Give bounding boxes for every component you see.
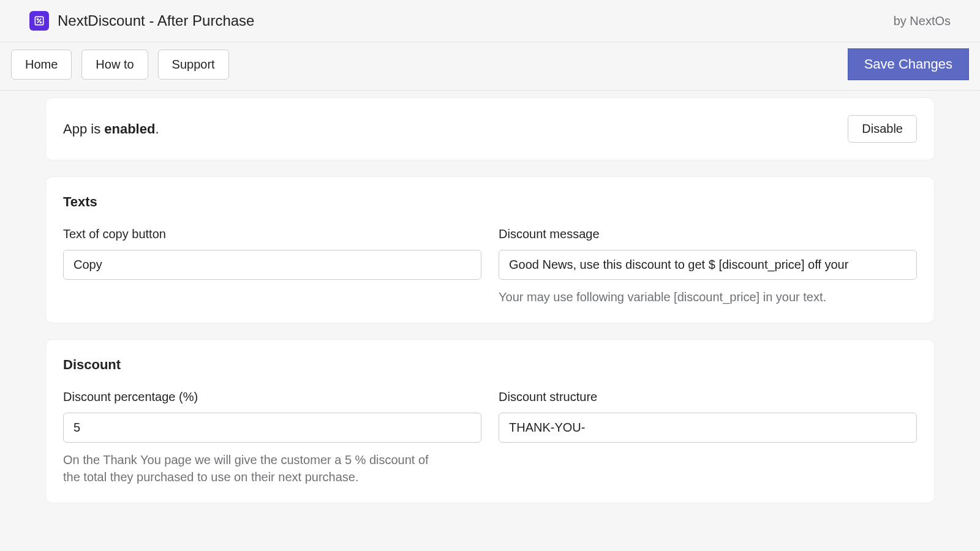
copy-label: Text of copy button — [63, 227, 481, 241]
structure-col: Discount structure — [499, 390, 917, 485]
copy-input[interactable] — [63, 250, 481, 280]
status-text: App is enabled. — [63, 121, 159, 137]
status-state: enabled — [104, 121, 155, 137]
percent-input[interactable] — [63, 413, 481, 443]
structure-input[interactable] — [499, 413, 917, 443]
save-button[interactable]: Save Changes — [848, 48, 969, 80]
status-suffix: . — [155, 121, 159, 137]
support-button[interactable]: Support — [158, 50, 229, 80]
message-col: Discount message Your may use following … — [499, 227, 917, 305]
app-title: NextDiscount - After Purchase — [58, 12, 254, 29]
disable-button[interactable]: Disable — [848, 115, 917, 143]
structure-label: Discount structure — [499, 390, 917, 404]
app-header: NextDiscount - After Purchase by NextOs — [0, 0, 980, 42]
percent-label: Discount percentage (%) — [63, 390, 481, 404]
home-button[interactable]: Home — [11, 50, 72, 80]
discount-title: Discount — [63, 357, 917, 373]
status-prefix: App is — [63, 121, 104, 137]
texts-card: Texts Text of copy button Discount messa… — [46, 177, 934, 323]
toolbar: Home How to Support Save Changes — [0, 42, 980, 91]
message-input[interactable] — [499, 250, 917, 280]
toolbar-left: Home How to Support — [11, 50, 229, 80]
texts-row: Text of copy button Discount message You… — [63, 227, 917, 305]
discount-card: Discount Discount percentage (%) On the … — [46, 340, 934, 503]
discount-row: Discount percentage (%) On the Thank You… — [63, 390, 917, 485]
app-logo-icon — [29, 11, 49, 31]
status-card: App is enabled. Disable — [46, 98, 934, 160]
message-hint: Your may use following variable [discoun… — [499, 288, 866, 305]
howto-button[interactable]: How to — [81, 50, 148, 80]
app-by-line: by NextOs — [894, 14, 951, 28]
texts-title: Texts — [63, 194, 917, 210]
svg-point-2 — [37, 19, 39, 20]
svg-point-3 — [40, 22, 42, 23]
percent-hint: On the Thank You page we will give the c… — [63, 451, 431, 485]
header-left: NextDiscount - After Purchase — [29, 11, 254, 31]
copy-col: Text of copy button — [63, 227, 481, 305]
status-row: App is enabled. Disable — [63, 115, 917, 143]
content: App is enabled. Disable Texts Text of co… — [0, 91, 980, 503]
percent-col: Discount percentage (%) On the Thank You… — [63, 390, 481, 485]
message-label: Discount message — [499, 227, 917, 241]
